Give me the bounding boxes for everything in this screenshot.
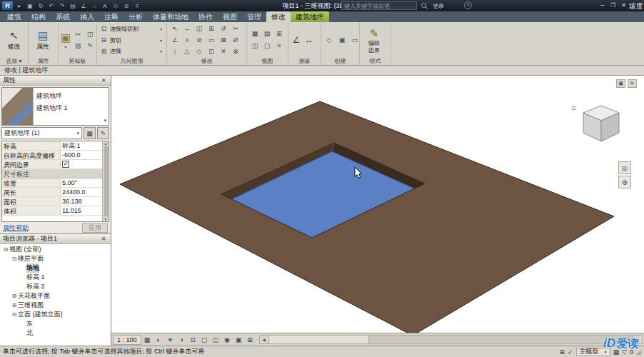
view-cube[interactable] <box>583 106 619 141</box>
tree-node-level-1[interactable]: 标高 1 <box>0 273 111 282</box>
temporary-view-properties-icon[interactable]: ▣ <box>233 335 244 345</box>
close-view-icon[interactable]: ✕ <box>628 79 637 88</box>
tab-systems[interactable]: 系统 <box>51 11 75 22</box>
vertical-scrollbar[interactable]: ▲ ▼ <box>102 141 109 221</box>
section-header-dimensions[interactable]: 尺寸标注 <box>2 169 102 178</box>
tree-node-3d-views[interactable]: ⊞ 三维视图 <box>0 301 111 310</box>
detail-level-icon[interactable]: ▦ <box>142 335 153 345</box>
join-geometry-button[interactable]: ⊞ 连接 ▾ <box>99 46 162 56</box>
redo-icon[interactable]: ↷ <box>58 1 66 11</box>
modify-tool-icon[interactable]: ≡ <box>181 35 193 46</box>
collapse-icon[interactable]: ⊟ <box>2 246 9 253</box>
tab-architecture[interactable]: 建筑 <box>2 11 26 22</box>
modify-tool-icon[interactable]: ◫ <box>193 24 205 34</box>
paste-button[interactable]: ▣ ▾ <box>61 24 71 56</box>
reveal-hidden-elements-icon[interactable]: ◉ <box>222 335 233 345</box>
modify-tool-icon[interactable]: ↺ <box>218 24 229 34</box>
toposurface[interactable] <box>120 101 614 333</box>
login-button[interactable]: 登录 <box>433 2 444 10</box>
match-properties-icon[interactable]: ✎ <box>84 41 96 51</box>
modify-tool-icon[interactable]: △ <box>181 46 193 57</box>
match-type-icon[interactable]: ▥ <box>72 41 84 51</box>
modify-tool-icon[interactable]: ∠ <box>169 35 181 46</box>
save-icon[interactable]: ▣ <box>26 1 34 11</box>
expand-icon[interactable]: ⊞ <box>11 302 18 308</box>
text-icon[interactable]: A <box>101 1 109 11</box>
modify-tool-icon[interactable]: ⇄ <box>230 35 241 46</box>
copy-icon[interactable]: ◫ <box>84 29 96 40</box>
close-button[interactable]: ✕ <box>619 1 628 10</box>
model-canvas[interactable]: ⌂ ▣ ✕ ◎ ⊕ <box>111 76 644 333</box>
view-tool-icon[interactable]: ≡ <box>273 41 285 51</box>
project-browser-header[interactable]: 项目浏览器 - 项目1 ✕ <box>0 234 111 244</box>
restore-view-icon[interactable]: ▣ <box>616 79 625 88</box>
tree-node-floor-plans[interactable]: ⊟ 楼层平面 <box>0 254 111 263</box>
worksets-icon[interactable]: ⊞ <box>560 348 565 356</box>
zoom-icon[interactable]: ⊕ <box>618 176 631 188</box>
visual-style-icon[interactable]: ◐ <box>154 335 164 345</box>
modify-tool-icon[interactable]: ⊡ <box>206 46 217 57</box>
view-tool-icon[interactable]: ◫ <box>249 41 261 51</box>
apply-button[interactable]: 应用 <box>82 223 108 233</box>
level-value[interactable]: 标高 1 <box>61 141 102 150</box>
restore-button[interactable]: ❐ <box>608 1 618 10</box>
app-menu-button[interactable]: R <box>2 1 13 10</box>
section-icon[interactable]: ⊘ <box>122 1 131 11</box>
scrollbar-thumb[interactable] <box>269 336 369 343</box>
cut-geometry-button[interactable]: ⊟ 剪切 ▾ <box>99 35 162 46</box>
tree-node-views[interactable]: ⊟ 视图 (全部) <box>0 245 111 254</box>
shadows-icon[interactable]: ◑ <box>176 335 187 345</box>
search-input[interactable] <box>341 1 417 10</box>
create-group-icon[interactable]: ◇ <box>323 35 335 46</box>
tab-analyze[interactable]: 分析 <box>124 11 148 22</box>
cope-button[interactable]: ⊡ 连接端切割 ▾ <box>99 24 162 34</box>
scale-button[interactable]: 1 : 100 <box>113 335 141 345</box>
modify-tool-icon[interactable]: ↖ <box>169 24 181 34</box>
slope-value[interactable]: 5.00° <box>61 178 102 187</box>
properties-palette-button[interactable]: ▤ 属性 <box>31 24 55 56</box>
sun-path-icon[interactable]: ☀ <box>165 335 176 345</box>
modify-tool-icon[interactable]: ↔ <box>181 24 193 34</box>
tab-contextual-building-pad[interactable]: 建筑地坪 <box>291 11 329 22</box>
close-icon[interactable]: ✕ <box>99 236 108 242</box>
modify-tool-icon[interactable]: ⊞ <box>206 24 217 34</box>
steering-wheel-icon[interactable]: ◎ <box>618 161 631 174</box>
measure-icon[interactable]: ∠ <box>79 1 88 11</box>
modify-tool-icon[interactable]: ⊘ <box>193 35 205 46</box>
show-crop-region-icon[interactable]: ▢ <box>199 335 210 345</box>
scroll-left-icon[interactable]: ◀ <box>260 336 269 343</box>
tab-modify[interactable]: 修改 <box>266 11 291 22</box>
associate-parameter-button[interactable]: ▦ <box>84 127 96 139</box>
properties-header[interactable]: 属性 ✕ <box>0 76 111 86</box>
crop-view-icon[interactable]: ⊡ <box>188 335 198 345</box>
filter-combo[interactable]: 建筑地坪 (1) ▾ <box>1 127 82 139</box>
scrollbar-thumb[interactable] <box>104 146 108 216</box>
panel-label-select[interactable]: 选择 ▾ <box>0 57 28 65</box>
undo-icon[interactable]: ↶ <box>47 1 56 11</box>
view-tool-icon[interactable]: ▦ <box>249 29 261 39</box>
create-similar-icon[interactable]: ▣ <box>336 35 348 46</box>
tree-node-north[interactable]: 北 <box>0 328 111 338</box>
modify-tool-icon[interactable]: ▭ <box>206 35 217 46</box>
measure-tool-icon[interactable]: ∠ <box>291 35 302 46</box>
open-icon[interactable]: ▸ <box>15 1 24 11</box>
default-3d-view-icon[interactable]: ◇ <box>111 1 120 11</box>
tab-view[interactable]: 视图 <box>218 11 242 22</box>
modify-tool-icon[interactable]: ◇ <box>193 46 205 57</box>
temporary-hide-isolate-icon[interactable]: ◫ <box>211 335 221 345</box>
create-assembly-icon[interactable]: ▭ <box>349 35 361 46</box>
collapse-icon[interactable]: ⊟ <box>11 311 18 318</box>
horizontal-scrollbar[interactable]: ◀ ▶ <box>259 335 643 344</box>
tab-collaborate[interactable]: 协作 <box>193 11 218 22</box>
cut-icon[interactable]: ✂ <box>72 29 84 40</box>
modify-tool-icon[interactable]: ↕ <box>169 46 181 57</box>
aligned-dimension-icon[interactable]: ↔ <box>303 35 315 46</box>
modify-tool-icon[interactable]: ⊗ <box>230 46 241 57</box>
type-selector[interactable]: 建筑地坪 建筑地坪 1 ▾ <box>1 87 109 126</box>
tree-node-east[interactable]: 东 <box>0 319 111 328</box>
print-icon[interactable]: ▤ <box>69 1 77 11</box>
collapse-icon[interactable]: ⊟ <box>11 256 18 262</box>
tree-node-elevations[interactable]: ⊟ 立面 (建筑立面) <box>0 310 111 319</box>
tab-insert[interactable]: 插入 <box>75 11 99 22</box>
modify-tool-icon[interactable]: ✕ <box>218 46 229 57</box>
